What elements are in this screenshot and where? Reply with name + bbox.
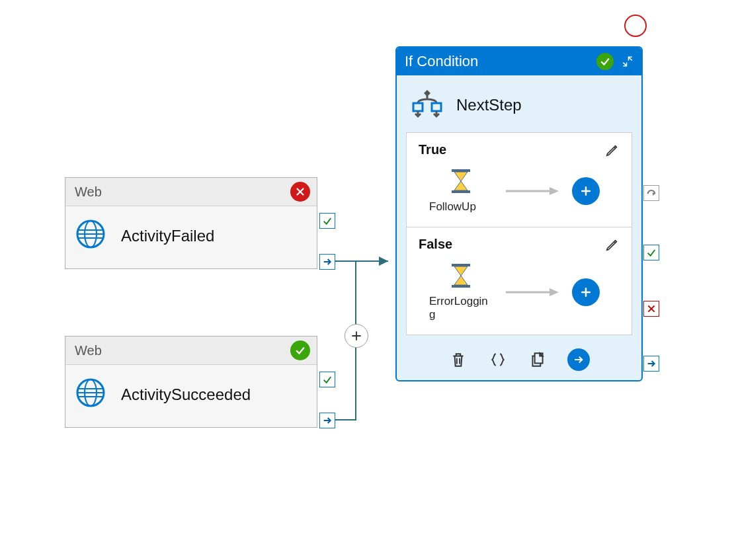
edit-branch-icon[interactable] <box>605 237 620 252</box>
copy-icon[interactable] <box>528 350 548 370</box>
wait-activity-false[interactable]: ErrorLogging <box>429 262 493 321</box>
activity-name: ActivityFailed <box>121 227 214 245</box>
svg-rect-7 <box>452 169 470 172</box>
if-condition-name-row: NextStep <box>397 75 641 132</box>
status-failed-icon <box>290 182 310 202</box>
hourglass-icon <box>449 262 473 295</box>
activity-body: ActivityFailed <box>65 206 317 268</box>
branch-label-true: True <box>419 142 446 157</box>
port-completion-activity-failed[interactable] <box>319 254 335 270</box>
activity-type-label: Web <box>75 343 102 358</box>
if-condition-name: NextStep <box>456 96 522 114</box>
branch-true[interactable]: True <box>407 133 632 227</box>
branch-container: True <box>406 132 632 335</box>
branch-icon <box>410 87 444 123</box>
branch-label-false: False <box>419 237 452 252</box>
if-condition-activity[interactable]: If Condition <box>395 46 643 381</box>
activity-web-succeeded[interactable]: Web ActivitySucceeded <box>65 336 317 428</box>
flow-arrow <box>506 288 559 297</box>
port-success-activity-succeeded[interactable] <box>319 372 335 387</box>
svg-rect-12 <box>452 285 470 288</box>
activity-header: Web <box>65 337 317 365</box>
port-success-activity-failed[interactable] <box>319 213 335 229</box>
globe-icon <box>75 377 106 413</box>
port-completion-activity-succeeded[interactable] <box>319 413 335 428</box>
add-activity-false-button[interactable] <box>572 278 600 306</box>
wait-activity-true[interactable]: FollowUp <box>429 168 493 214</box>
if-condition-titlebar[interactable]: If Condition <box>397 48 641 75</box>
port-skipped-if[interactable] <box>643 185 659 201</box>
svg-marker-10 <box>550 187 559 195</box>
wait-activity-name: FollowUp <box>429 200 493 214</box>
if-condition-toolbar <box>397 342 641 380</box>
port-failure-if[interactable] <box>643 301 659 317</box>
status-success-icon <box>596 53 614 70</box>
port-success-if[interactable] <box>643 245 659 260</box>
status-success-icon <box>290 340 310 360</box>
code-braces-icon[interactable] <box>488 350 508 370</box>
activity-web-failed[interactable]: Web ActivityFailed <box>65 177 317 269</box>
pipeline-canvas[interactable]: Web ActivityFailed Web <box>0 0 734 560</box>
svg-marker-0 <box>379 257 388 266</box>
svg-rect-5 <box>413 103 423 111</box>
activity-name: ActivitySucceeded <box>121 385 251 404</box>
collapse-icon[interactable] <box>622 56 633 67</box>
svg-rect-8 <box>452 190 470 193</box>
activity-header: Web <box>65 178 317 206</box>
selection-indicator-circle <box>624 15 647 37</box>
activity-body: ActivitySucceeded <box>65 365 317 427</box>
svg-rect-6 <box>432 103 441 111</box>
add-activity-junction[interactable] <box>345 324 368 348</box>
flow-arrow <box>506 186 559 196</box>
wait-activity-name: ErrorLogging <box>429 295 493 321</box>
port-completion-if[interactable] <box>643 356 659 372</box>
svg-rect-11 <box>452 264 470 266</box>
edit-branch-icon[interactable] <box>605 143 620 157</box>
if-condition-title: If Condition <box>405 53 478 70</box>
activity-type-label: Web <box>75 184 102 200</box>
branch-false[interactable]: False <box>407 227 632 335</box>
globe-icon <box>75 218 106 254</box>
delete-icon[interactable] <box>448 350 468 370</box>
add-activity-true-button[interactable] <box>572 177 600 205</box>
next-icon[interactable] <box>567 348 590 371</box>
hourglass-icon <box>449 168 473 200</box>
svg-marker-14 <box>550 288 559 296</box>
